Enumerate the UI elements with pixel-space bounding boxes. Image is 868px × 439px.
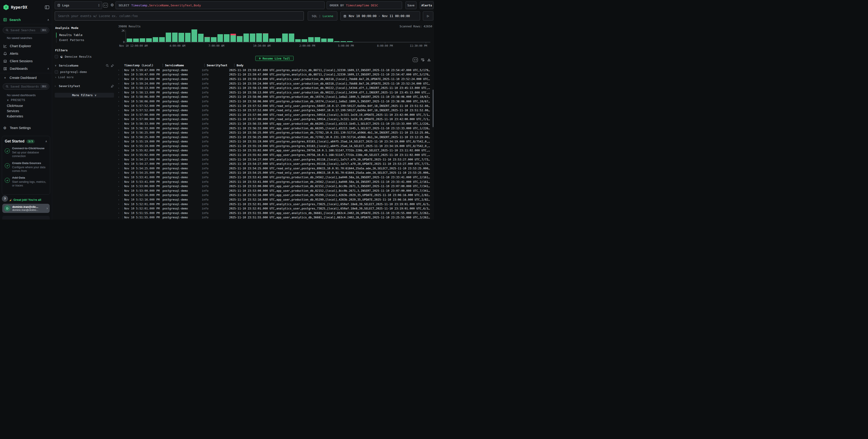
histogram-bar[interactable] bbox=[425, 29, 430, 42]
histogram-bar[interactable] bbox=[276, 29, 281, 42]
saved-searches-input[interactable]: ⌘K bbox=[3, 27, 49, 33]
results-histogram[interactable]: 2K 0 Nov 10 12:00:00 AM4:00:00 AM7:00:00… bbox=[118, 30, 430, 54]
more-filters-button[interactable]: More filters ∨ bbox=[55, 93, 114, 98]
histogram-bar[interactable] bbox=[237, 29, 242, 42]
row-expand-icon[interactable]: › bbox=[118, 171, 122, 174]
table-row[interactable]: › Nov 10 5:57:00.000 PM postgresql-demo … bbox=[118, 117, 430, 122]
sidebar-item-chart-explorer[interactable]: Chart Explorer bbox=[3, 44, 49, 48]
table-row[interactable]: › Nov 10 5:52:01.000 PM postgresql-demo … bbox=[118, 206, 430, 211]
search-input[interactable] bbox=[55, 11, 304, 21]
language-sql[interactable]: SQL bbox=[312, 14, 317, 18]
language-lucene[interactable]: Lucene bbox=[322, 14, 333, 18]
histogram-bar[interactable] bbox=[295, 29, 301, 42]
histogram-bar[interactable] bbox=[347, 29, 352, 42]
row-expand-icon[interactable]: › bbox=[118, 163, 122, 165]
saved-searches-field[interactable] bbox=[10, 29, 38, 32]
histogram-bar[interactable] bbox=[341, 29, 346, 42]
row-expand-icon[interactable]: › bbox=[118, 158, 122, 161]
histogram-bar[interactable] bbox=[179, 29, 184, 42]
row-expand-icon[interactable]: › bbox=[118, 189, 122, 192]
histogram-bar[interactable] bbox=[263, 29, 268, 42]
table-row[interactable]: › Nov 10 5:59:47.000 PM postgresql-demo … bbox=[118, 72, 430, 77]
histogram-bar[interactable] bbox=[367, 29, 372, 42]
histogram-bar[interactable] bbox=[321, 29, 327, 42]
table-row[interactable]: › Nov 10 5:53:41.000 PM postgresql-demo … bbox=[118, 175, 430, 180]
chevron-up-icon[interactable]: ∧ bbox=[47, 18, 49, 22]
histogram-bar[interactable] bbox=[289, 29, 294, 42]
user-account-button[interactable]: D dominic.tran@clic... dominic.tran@clic… bbox=[2, 204, 50, 213]
histogram-bar[interactable] bbox=[256, 29, 262, 42]
histogram-bar[interactable] bbox=[205, 29, 210, 42]
table-row[interactable]: › Nov 10 5:59:24.000 PM postgresql-demo … bbox=[118, 77, 430, 82]
load-more-button[interactable]: › Load more bbox=[55, 75, 114, 79]
table-row[interactable]: › Nov 10 5:59:47.000 PM postgresql-demo … bbox=[118, 68, 430, 72]
table-row[interactable]: › Nov 10 5:56:25.000 PM postgresql-demo … bbox=[118, 130, 430, 135]
run-query-button[interactable]: ▷ bbox=[423, 11, 433, 21]
table-row[interactable]: › Nov 10 5:58:13.000 PM postgresql-demo … bbox=[118, 90, 430, 95]
table-row[interactable]: › Nov 10 5:53:41.000 PM postgresql-demo … bbox=[118, 180, 430, 184]
table-row[interactable]: › Nov 10 5:59:24.000 PM postgresql-demo … bbox=[118, 82, 430, 86]
column-header-servicename[interactable]: ServiceName bbox=[165, 64, 204, 67]
table-row[interactable]: › Nov 10 5:54:27.000 PM postgresql-demo … bbox=[118, 157, 430, 162]
histogram-bar[interactable] bbox=[185, 29, 191, 42]
histogram-bar[interactable] bbox=[250, 29, 255, 42]
filter-checkbox[interactable] bbox=[55, 70, 58, 74]
sidebar-item-dashboards[interactable]: Dashboards ∧ bbox=[3, 66, 49, 71]
filter-search-icon[interactable] bbox=[106, 64, 109, 67]
histogram-bar[interactable] bbox=[412, 29, 417, 42]
histogram-bar[interactable] bbox=[418, 29, 424, 42]
row-expand-icon[interactable]: › bbox=[118, 167, 122, 169]
download-icon[interactable] bbox=[427, 58, 431, 62]
resume-live-tail-button[interactable]: Resume Live Tail bbox=[255, 56, 293, 61]
table-row[interactable]: › Nov 10 5:52:01.000 PM postgresql-demo … bbox=[118, 202, 430, 207]
filter-group-servicename[interactable]: ∨ ServiceName bbox=[55, 64, 114, 67]
histogram-bar[interactable] bbox=[334, 29, 340, 42]
column-header-timestamp[interactable]: Timestamp (Local) bbox=[122, 64, 162, 67]
histogram-bar[interactable] bbox=[308, 29, 314, 42]
save-button[interactable]: Save bbox=[405, 1, 416, 9]
row-expand-icon[interactable]: › bbox=[118, 198, 122, 201]
column-resize-handle[interactable] bbox=[234, 64, 235, 67]
get-started-task[interactable]: Create Data SourcesConfigure where your … bbox=[5, 161, 47, 173]
table-row[interactable]: › Nov 10 5:58:13.000 PM postgresql-demo … bbox=[118, 86, 430, 90]
histogram-bar[interactable] bbox=[373, 29, 378, 42]
histogram-bar[interactable] bbox=[405, 29, 411, 42]
preset-clickhouse[interactable]: ClickHouse bbox=[7, 104, 23, 107]
row-expand-icon[interactable]: › bbox=[118, 118, 122, 121]
filter-option-postgresql-demo[interactable]: postgresql-demo bbox=[55, 70, 114, 74]
help-button[interactable]: ? bbox=[2, 195, 8, 202]
row-expand-icon[interactable]: › bbox=[118, 212, 122, 214]
table-row[interactable]: › Nov 10 5:53:00.000 PM postgresql-demo … bbox=[118, 184, 430, 188]
table-row[interactable]: › Nov 10 5:56:25.000 PM postgresql-demo … bbox=[118, 135, 430, 139]
row-expand-icon[interactable]: › bbox=[118, 114, 122, 116]
sidebar-item-search[interactable]: Search ∧ bbox=[3, 18, 49, 22]
row-expand-icon[interactable]: › bbox=[118, 87, 122, 89]
histogram-bar[interactable] bbox=[360, 29, 365, 42]
row-expand-icon[interactable]: › bbox=[118, 216, 122, 219]
order-by-input[interactable]: ORDER BY TimestampTime DESC bbox=[327, 1, 402, 9]
histogram-bar[interactable] bbox=[217, 29, 223, 42]
row-expand-icon[interactable]: › bbox=[118, 131, 122, 134]
alerts-button[interactable]: Alerts bbox=[420, 1, 434, 9]
row-expand-icon[interactable]: › bbox=[118, 154, 122, 156]
histogram-bar[interactable] bbox=[302, 29, 307, 42]
sidebar-collapse-icon[interactable] bbox=[45, 5, 49, 9]
sidebar-item-alerts[interactable]: Alerts bbox=[3, 51, 49, 56]
histogram-bar[interactable] bbox=[191, 29, 197, 42]
histogram-bar[interactable] bbox=[140, 29, 145, 42]
histogram-bar[interactable] bbox=[386, 29, 392, 42]
column-header-severitytext[interactable]: SeverityText bbox=[207, 64, 234, 67]
row-expand-icon[interactable]: › bbox=[118, 136, 122, 138]
histogram-bar[interactable] bbox=[282, 29, 288, 42]
row-expand-icon[interactable]: › bbox=[118, 194, 122, 196]
column-resize-handle[interactable] bbox=[162, 64, 163, 67]
saved-dashboards-input[interactable]: ⌘K bbox=[3, 84, 49, 90]
histogram-bar[interactable] bbox=[127, 29, 132, 42]
table-row[interactable]: › Nov 10 5:58:06.000 PM postgresql-demo … bbox=[118, 99, 430, 104]
vertical-scrollbar[interactable] bbox=[433, 90, 434, 127]
row-expand-icon[interactable]: › bbox=[118, 96, 122, 98]
table-row[interactable]: › Nov 10 5:55:19.000 PM postgresql-demo … bbox=[118, 144, 430, 148]
get-started-task[interactable]: Add DataStart sending logs, metrics, or … bbox=[5, 176, 47, 188]
row-expand-icon[interactable]: › bbox=[118, 176, 122, 179]
saved-dashboards-field[interactable] bbox=[10, 85, 38, 88]
